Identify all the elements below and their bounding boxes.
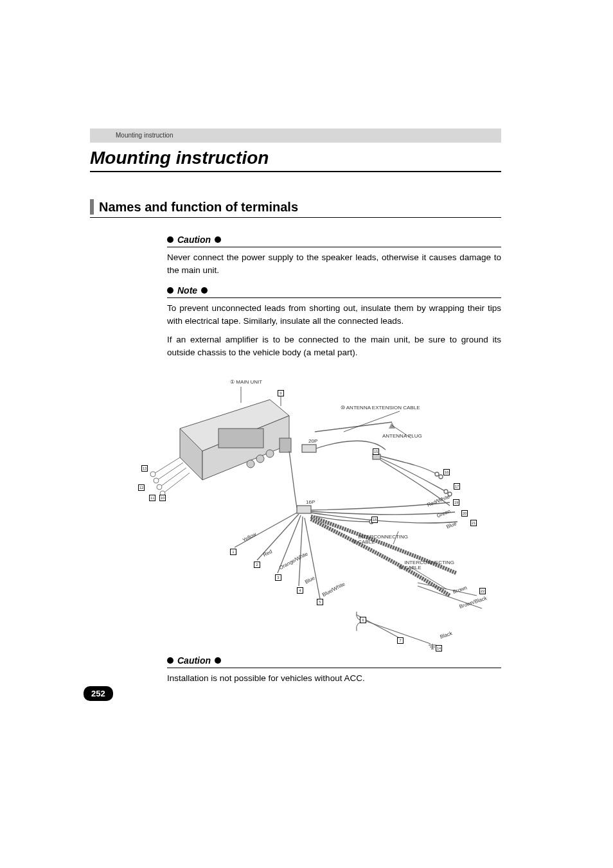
page-title: Mounting instruction — [90, 148, 501, 168]
box-14: 14 — [436, 645, 442, 651]
caution2-label: Caution — [177, 655, 211, 666]
svg-point-5 — [256, 455, 264, 463]
diagram-svg — [90, 368, 501, 650]
text-ic8: INTERCONNECTING CABLE — [404, 560, 468, 571]
svg-rect-7 — [280, 438, 291, 452]
box-13: 13 — [141, 465, 148, 472]
box-20: 20 — [461, 510, 468, 517]
svg-line-9 — [157, 463, 183, 480]
num-main-unit: ① — [230, 379, 235, 385]
svg-point-4 — [247, 460, 254, 468]
box-11: 11 — [149, 495, 155, 501]
svg-line-11 — [164, 473, 190, 493]
svg-point-13 — [154, 478, 159, 483]
num-ic8: ⑧ — [398, 565, 403, 571]
header-breadcrumb-band: Mounting instruction — [90, 128, 501, 143]
text-ic9: INTERCONNECTING CABLE — [358, 535, 422, 545]
bullet-icon — [201, 287, 208, 294]
svg-line-30 — [344, 411, 400, 432]
section-accent-bar — [90, 199, 94, 215]
text-main-unit: MAIN UNIT — [236, 379, 262, 385]
svg-rect-16 — [302, 445, 316, 452]
box-2: 2 — [254, 562, 260, 568]
caution1-body: Never connect the power supply to the sp… — [167, 251, 501, 276]
wiring-diagram: ① MAIN UNIT ⑩ ANTENNA EXTENSION CABLE AN… — [90, 368, 501, 650]
content-column: Caution Never connect the power supply t… — [167, 235, 501, 685]
box-5: 5 — [317, 599, 323, 605]
box-10: 10 — [159, 495, 166, 501]
box-22: 22 — [479, 588, 486, 594]
label-antenna-plug: ANTENNA PLUG — [382, 433, 422, 439]
caution1-text: Never connect the power supply to the sp… — [167, 251, 501, 276]
note-body: To prevent unconnected leads from shorti… — [167, 302, 501, 359]
box-18: 18 — [371, 517, 378, 523]
caution2-text: Installation is not possible for vehicle… — [167, 672, 501, 685]
svg-point-18 — [435, 472, 439, 476]
box-7: 7 — [397, 637, 404, 644]
box-16: 16 — [443, 469, 450, 475]
svg-rect-17 — [373, 454, 380, 459]
num-antenna-ext: ⑩ — [341, 405, 345, 411]
num-ic9: ⑨ — [352, 539, 357, 545]
svg-line-8 — [154, 457, 180, 474]
note-p1: To prevent unconnected leads from shorti… — [167, 302, 501, 327]
label-16p: 16P — [306, 499, 315, 505]
header-breadcrumb: Mounting instruction — [116, 132, 173, 139]
svg-rect-22 — [297, 506, 311, 513]
title-block: Mounting instruction — [90, 148, 501, 172]
svg-point-14 — [157, 484, 162, 490]
note-header: Note — [167, 285, 501, 298]
box-15: 15 — [373, 448, 379, 455]
page-content: Mounting instruction Mounting instructio… — [90, 128, 501, 691]
box-12: 12 — [138, 484, 145, 491]
note-label: Note — [177, 285, 197, 296]
box-4: 4 — [297, 587, 303, 594]
box-9: 9 — [278, 390, 284, 396]
caution2-body: Installation is not possible for vehicle… — [167, 672, 501, 685]
caution1-header: Caution — [167, 235, 501, 247]
bullet-icon — [167, 657, 173, 664]
bullet-icon — [215, 657, 221, 664]
label-antenna-ext: ⑩ ANTENNA EXTENSION CABLE — [341, 405, 420, 411]
svg-point-19 — [439, 475, 443, 479]
box-3: 3 — [275, 574, 281, 581]
box-1: 1 — [230, 549, 236, 555]
note-p2: If an external amplifier is to be connec… — [167, 333, 501, 359]
bullet-icon — [167, 236, 173, 243]
label-main-unit: ① MAIN UNIT — [230, 379, 262, 385]
svg-rect-3 — [218, 429, 263, 448]
label-interconnecting-9: ⑨ INTERCONNECTING CABLE — [352, 535, 422, 545]
bullet-icon — [215, 236, 221, 243]
box-17: 17 — [454, 483, 460, 490]
label-interconnecting-8: ⑧ INTERCONNECTING CABLE — [398, 560, 468, 571]
text-antenna-ext: ANTENNA EXTENSION CABLE — [346, 405, 420, 411]
box-6: 6 — [360, 617, 366, 623]
box-19: 19 — [453, 499, 459, 506]
svg-line-10 — [161, 468, 186, 486]
caution2-header: Caution — [167, 655, 501, 668]
section-title: Names and function of terminals — [99, 200, 298, 215]
bullet-icon — [167, 287, 173, 294]
svg-point-12 — [150, 472, 155, 477]
svg-point-6 — [266, 450, 274, 457]
caution1-label: Caution — [177, 235, 211, 245]
box-21: 21 — [470, 520, 477, 526]
section-heading: Names and function of terminals — [90, 199, 501, 218]
svg-point-20 — [444, 490, 448, 493]
page-number: 252 — [84, 686, 113, 701]
label-20p: 20P — [308, 438, 317, 444]
